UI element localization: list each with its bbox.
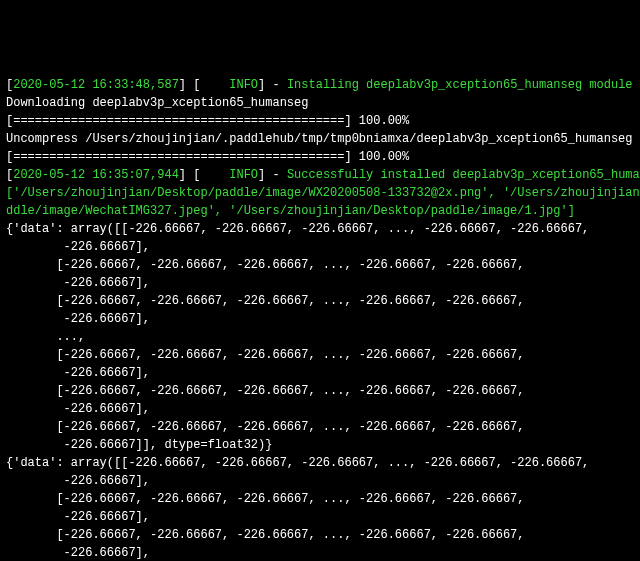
text-segment: -226.66667], [6,546,150,560]
text-segment: 2020-05-12 16:33:48,587 [13,78,179,92]
terminal-line: {'data': array([[-226.66667, -226.66667,… [6,220,634,238]
terminal-line: [-226.66667, -226.66667, -226.66667, ...… [6,382,634,400]
text-segment: ..., [6,330,85,344]
text-segment: [=======================================… [6,114,409,128]
terminal-line: Downloading deeplabv3p_xception65_humans… [6,94,634,112]
text-segment: -226.66667], [6,402,150,416]
terminal-line: -226.66667], [6,238,634,256]
text-segment: {'data': array([[-226.66667, -226.66667,… [6,456,589,470]
terminal-line: ddle/image/WechatIMG327.jpeg', '/Users/z… [6,202,634,220]
terminal-line: Uncompress /Users/zhoujinjian/.paddlehub… [6,130,634,148]
terminal-line: [2020-05-12 16:33:48,587] [ INFO] - Inst… [6,76,634,94]
text-segment: [-226.66667, -226.66667, -226.66667, ...… [6,384,524,398]
text-segment: 2020-05-12 16:35:07,944 [13,168,179,182]
terminal-line: -226.66667], [6,400,634,418]
text-segment: Successfully installed deeplabv3p_xcepti… [287,168,640,182]
text-segment: -226.66667], [6,312,150,326]
terminal-line: [2020-05-12 16:35:07,944] [ INFO] - Succ… [6,166,634,184]
text-segment: -226.66667], [6,276,150,290]
terminal-line: [=======================================… [6,112,634,130]
text-segment: [-226.66667, -226.66667, -226.66667, ...… [6,420,524,434]
terminal-line: [-226.66667, -226.66667, -226.66667, ...… [6,292,634,310]
text-segment: -226.66667]], dtype=float32)} [6,438,272,452]
text-segment: [-226.66667, -226.66667, -226.66667, ...… [6,528,524,542]
text-segment: -226.66667], [6,240,150,254]
terminal-line: {'data': array([[-226.66667, -226.66667,… [6,454,634,472]
text-segment: ] - [258,168,287,182]
terminal-line: -226.66667], [6,364,634,382]
terminal-line: -226.66667], [6,508,634,526]
terminal-line: ..., [6,328,634,346]
text-segment: Installing deeplabv3p_xception65_humanse… [287,78,633,92]
terminal-output: [2020-05-12 16:33:48,587] [ INFO] - Inst… [6,76,634,561]
terminal-line: [-226.66667, -226.66667, -226.66667, ...… [6,346,634,364]
text-segment: ] [ [179,168,229,182]
terminal-line: -226.66667], [6,274,634,292]
terminal-line: [-226.66667, -226.66667, -226.66667, ...… [6,526,634,544]
terminal-line: [-226.66667, -226.66667, -226.66667, ...… [6,256,634,274]
text-segment: -226.66667], [6,474,150,488]
text-segment: -226.66667], [6,366,150,380]
text-segment: [-226.66667, -226.66667, -226.66667, ...… [6,294,524,308]
text-segment: -226.66667], [6,510,150,524]
terminal-line: -226.66667], [6,544,634,561]
terminal-line: [=======================================… [6,148,634,166]
text-segment: Uncompress /Users/zhoujinjian/.paddlehub… [6,132,633,146]
text-segment: [-226.66667, -226.66667, -226.66667, ...… [6,258,524,272]
text-segment: ] - [258,78,287,92]
text-segment: ] [ [179,78,229,92]
text-segment: INFO [229,168,258,182]
text-segment: ['/Users/zhoujinjian/Desktop/paddle/imag… [6,186,640,200]
text-segment: Downloading deeplabv3p_xception65_humans… [6,96,308,110]
terminal-line: [-226.66667, -226.66667, -226.66667, ...… [6,490,634,508]
text-segment: [=======================================… [6,150,409,164]
text-segment: INFO [229,78,258,92]
terminal-line: -226.66667], [6,310,634,328]
text-segment: ddle/image/WechatIMG327.jpeg', '/Users/z… [6,204,575,218]
text-segment: {'data': array([[-226.66667, -226.66667,… [6,222,589,236]
text-segment: [-226.66667, -226.66667, -226.66667, ...… [6,348,524,362]
terminal-line: ['/Users/zhoujinjian/Desktop/paddle/imag… [6,184,634,202]
terminal-line: [-226.66667, -226.66667, -226.66667, ...… [6,418,634,436]
terminal-line: -226.66667]], dtype=float32)} [6,436,634,454]
text-segment: [-226.66667, -226.66667, -226.66667, ...… [6,492,524,506]
terminal-line: -226.66667], [6,472,634,490]
